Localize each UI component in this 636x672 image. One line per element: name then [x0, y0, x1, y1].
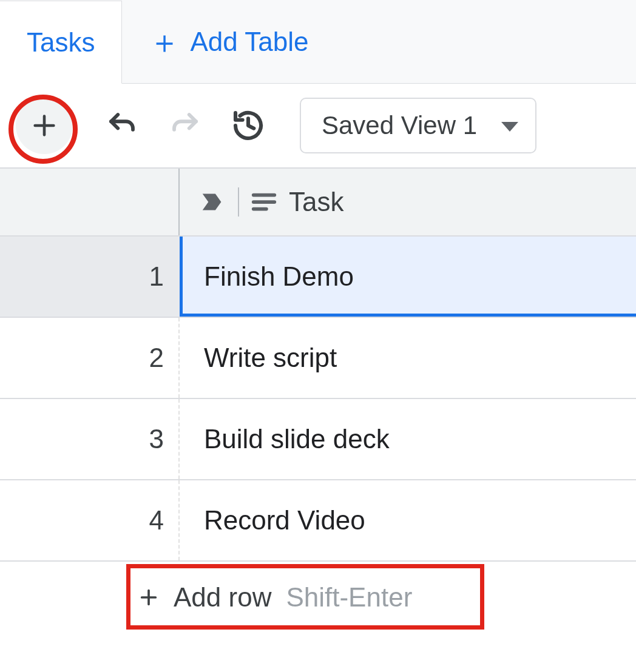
redo-icon: [169, 109, 201, 142]
history-icon: [231, 109, 265, 143]
add-row-button[interactable]: Add row Shift-Enter: [0, 562, 636, 633]
column-header-task[interactable]: Task: [180, 169, 636, 235]
chevron-down-icon: [501, 122, 518, 132]
tab-tasks[interactable]: Tasks: [0, 1, 122, 84]
plus-icon: [138, 587, 159, 608]
saved-view-dropdown[interactable]: Saved View 1: [300, 98, 536, 153]
task-cell[interactable]: Record Video: [180, 480, 636, 560]
row-number[interactable]: 3: [0, 399, 180, 479]
plus-icon: [30, 112, 58, 139]
group-icon: [199, 188, 227, 216]
task-cell[interactable]: Write script: [180, 318, 636, 398]
task-cell[interactable]: Build slide deck: [180, 399, 636, 479]
tab-tasks-label: Tasks: [27, 27, 95, 58]
rownum-header[interactable]: [0, 169, 180, 235]
row-number[interactable]: 1: [0, 237, 180, 317]
add-row-toolbar-button[interactable]: [16, 97, 73, 154]
undo-button[interactable]: [95, 98, 149, 153]
undo-icon: [106, 109, 138, 142]
plus-icon: ＋: [149, 26, 180, 58]
redo-button[interactable]: [158, 98, 212, 153]
add-row-shortcut: Shift-Enter: [286, 582, 412, 613]
separator: [238, 187, 239, 217]
saved-view-label: Saved View 1: [322, 111, 477, 140]
row-number[interactable]: 2: [0, 318, 180, 398]
add-row-label: Add row: [174, 582, 271, 613]
task-grid: Task 1 Finish Demo 2 Write script 3 Buil…: [0, 169, 636, 633]
svg-marker-2: [203, 194, 222, 210]
table-row[interactable]: 4 Record Video: [0, 480, 636, 562]
grid-header-row: Task: [0, 169, 636, 237]
row-number[interactable]: 4: [0, 480, 180, 560]
history-button[interactable]: [221, 98, 276, 153]
column-header-label: Task: [289, 187, 343, 217]
table-tabs: Tasks ＋ Add Table: [0, 0, 636, 84]
table-row[interactable]: 3 Build slide deck: [0, 399, 636, 480]
toolbar: Saved View 1: [0, 84, 636, 169]
text-column-icon: [250, 188, 278, 216]
add-table-label: Add Table: [190, 27, 308, 57]
table-row[interactable]: 2 Write script: [0, 318, 636, 399]
table-row[interactable]: 1 Finish Demo: [0, 237, 636, 318]
add-table-button[interactable]: ＋ Add Table: [122, 0, 335, 83]
task-cell[interactable]: Finish Demo: [180, 237, 636, 317]
